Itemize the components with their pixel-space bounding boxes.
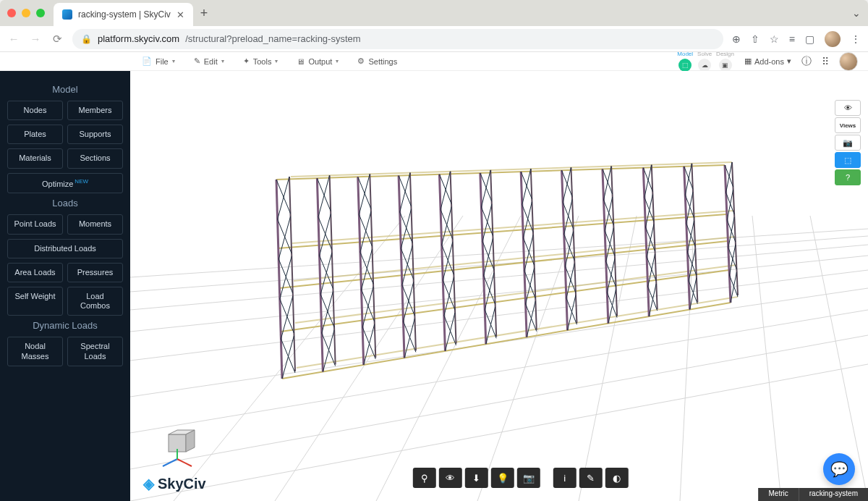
- menu-edit[interactable]: ✎Edit▾: [194, 56, 224, 66]
- btn-sections[interactable]: Sections: [67, 148, 123, 168]
- help-icon[interactable]: ⓘ: [801, 55, 812, 68]
- svg-line-6: [130, 229, 868, 277]
- stage-solve-button[interactable]: ☁: [698, 59, 711, 72]
- close-tab-icon[interactable]: ✕: [176, 9, 184, 20]
- btn-spectral-loads[interactable]: Spectral Loads: [67, 337, 123, 366]
- menu-tools[interactable]: ✦Tools▾: [243, 56, 278, 66]
- menu-settings[interactable]: ⚙Settings: [357, 56, 397, 66]
- search-icon[interactable]: ⊕: [732, 33, 741, 45]
- user-avatar[interactable]: [839, 52, 858, 71]
- btn-self-weight[interactable]: Self Weight: [7, 287, 63, 316]
- btn-materials[interactable]: Materials: [7, 148, 63, 168]
- svg-line-160: [732, 162, 738, 295]
- btn-optimize[interactable]: OptimizeNEW: [7, 173, 123, 194]
- svg-line-130: [606, 228, 614, 262]
- forward-button[interactable]: →: [29, 33, 42, 45]
- stage-design-button[interactable]: ▣: [719, 59, 732, 72]
- svg-line-49: [322, 333, 336, 366]
- svg-line-41: [317, 178, 331, 211]
- svg-line-32: [278, 216, 290, 259]
- camera-snapshot[interactable]: 📷: [835, 135, 861, 151]
- svg-line-106: [524, 235, 533, 271]
- svg-line-146: [649, 284, 656, 316]
- reload-button[interactable]: ⟳: [51, 33, 64, 46]
- svg-line-74: [404, 319, 414, 358]
- btn-pressures[interactable]: Pressures: [67, 263, 123, 282]
- svg-line-78: [441, 172, 450, 210]
- axis-gizmo[interactable]: [156, 429, 199, 472]
- wand-icon: ✦: [243, 56, 250, 66]
- svg-line-53: [358, 177, 371, 209]
- btn-distributed-loads[interactable]: Distributed Loads: [7, 239, 123, 258]
- viewport-3d[interactable]: 👁 Views 📷 ⬚ ? ⚲ 👁 ⬇ 💡 📷 i ✎ ◐: [130, 71, 868, 501]
- btn-nodes[interactable]: Nodes: [7, 101, 63, 120]
- svg-line-80: [442, 207, 451, 245]
- tab-overflow-icon[interactable]: ⌄: [852, 7, 861, 19]
- svg-line-156: [689, 249, 695, 281]
- svg-line-92: [482, 204, 492, 241]
- btn-members[interactable]: Members: [67, 101, 123, 120]
- playlist-icon[interactable]: ≡: [789, 33, 795, 45]
- help-tip[interactable]: ?: [835, 169, 861, 185]
- svg-line-116: [564, 199, 572, 234]
- close-window-icon[interactable]: [7, 9, 16, 17]
- svg-line-7: [130, 335, 868, 469]
- btn-plates[interactable]: Plates: [7, 125, 63, 144]
- bookmark-icon[interactable]: ☆: [770, 33, 779, 45]
- stage-model-button[interactable]: ⬚: [678, 59, 692, 72]
- svg-line-0: [130, 310, 868, 433]
- btn-load-combos[interactable]: Load Combos: [67, 287, 123, 316]
- apps-icon[interactable]: ⠿: [822, 56, 829, 67]
- kebab-icon[interactable]: ⋮: [851, 33, 861, 45]
- url-path: /structural?preload_name=racking-system: [185, 33, 360, 44]
- svg-line-4: [130, 245, 868, 310]
- svg-line-70: [402, 245, 412, 285]
- svg-line-110: [527, 301, 535, 337]
- btn-area-loads[interactable]: Area Loads: [7, 263, 63, 282]
- window-controls: [7, 9, 45, 17]
- tool-visibility[interactable]: 👁: [439, 468, 462, 488]
- tool-download[interactable]: ⬇: [465, 468, 488, 488]
- svg-line-18: [281, 270, 729, 332]
- tool-edit[interactable]: ✎: [579, 468, 603, 488]
- svg-line-114: [563, 167, 571, 202]
- view-quick-tools: 👁 Views 📷 ⬚ ?: [835, 100, 861, 185]
- visibility-toggle[interactable]: 👁: [835, 100, 861, 116]
- addons-menu[interactable]: ▦Add-ons▾: [744, 56, 791, 66]
- tool-info[interactable]: i: [553, 468, 576, 488]
- grid-icon: ▦: [744, 56, 752, 66]
- btn-point-loads[interactable]: Point Loads: [7, 214, 63, 234]
- tool-erase[interactable]: ◐: [605, 468, 629, 488]
- btn-nodal-masses[interactable]: Nodal Masses: [7, 337, 63, 366]
- status-units[interactable]: Metric: [758, 488, 799, 501]
- menu-file[interactable]: 📄File▾: [142, 56, 175, 66]
- browser-address-bar: ← → ⟳ 🔒 platform.skyciv.com/structural?p…: [0, 26, 868, 52]
- browser-tab[interactable]: racking-system | SkyCiv ✕: [54, 3, 193, 26]
- favicon-icon: [62, 9, 72, 20]
- tool-camera[interactable]: 📷: [517, 468, 540, 488]
- tool-connections[interactable]: ⚲: [413, 468, 436, 488]
- btn-moments[interactable]: Moments: [67, 214, 123, 234]
- btn-supports[interactable]: Supports: [67, 125, 123, 144]
- minimize-window-icon[interactable]: [22, 9, 30, 17]
- profile-avatar[interactable]: [825, 31, 841, 47]
- status-project[interactable]: racking-system: [799, 488, 868, 501]
- menu-output[interactable]: 🖥Output▾: [297, 56, 339, 66]
- tool-light[interactable]: 💡: [491, 468, 514, 488]
- share-icon[interactable]: ⇧: [751, 33, 760, 45]
- url-host: platform.skyciv.com: [98, 33, 179, 44]
- url-input[interactable]: 🔒 platform.skyciv.com/structural?preload…: [72, 29, 723, 49]
- panel-icon[interactable]: ▢: [805, 33, 814, 45]
- render-toggle[interactable]: ⬚: [835, 152, 861, 168]
- intercom-chat[interactable]: 💬: [823, 453, 855, 485]
- stage-solve-label: Solve: [697, 51, 712, 57]
- svg-line-138: [644, 165, 652, 198]
- svg-line-46: [320, 253, 332, 294]
- maximize-window-icon[interactable]: [36, 9, 45, 17]
- new-tab-button[interactable]: +: [200, 6, 208, 21]
- views-button[interactable]: Views: [835, 117, 861, 133]
- svg-line-102: [522, 169, 531, 205]
- back-button[interactable]: ←: [7, 33, 20, 45]
- svg-line-63: [399, 176, 404, 358]
- svg-line-124: [611, 166, 617, 316]
